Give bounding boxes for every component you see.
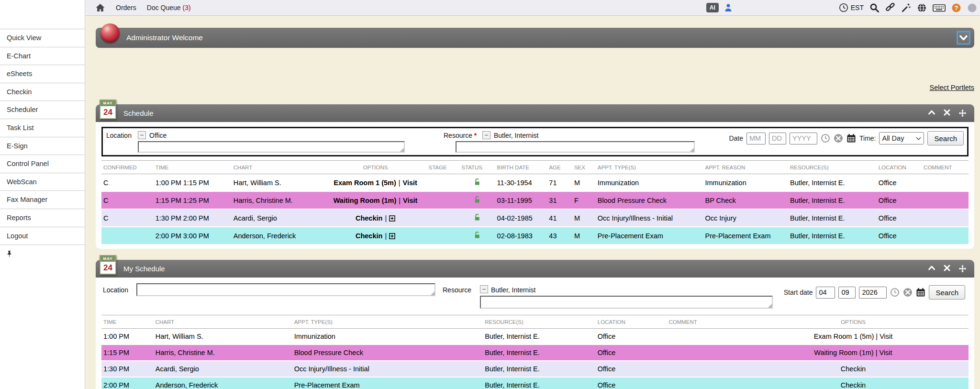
- time-picker-icon[interactable]: [890, 288, 900, 297]
- time-picker-icon[interactable]: [821, 133, 830, 143]
- chart-link[interactable]: Anderson, Frederick: [154, 377, 292, 389]
- sidebar-item-esheets[interactable]: eSheets: [0, 65, 85, 83]
- unlocked-icon[interactable]: [474, 231, 481, 239]
- checkin-link[interactable]: Checkin: [356, 232, 382, 240]
- move-portlet-icon[interactable]: [958, 265, 967, 273]
- table-row[interactable]: 2:00 PM Anderson, Frederick Pre-Placemen…: [101, 377, 969, 389]
- my-schedule-search-button[interactable]: Search: [929, 285, 965, 300]
- chart-link[interactable]: Hart, William S.: [154, 329, 292, 345]
- col-resources: RESOURCE(S): [483, 315, 596, 329]
- unlocked-icon[interactable]: [474, 196, 481, 203]
- portlet-title: My Schedule: [123, 265, 165, 273]
- sidebar-item-task-list[interactable]: Task List: [0, 119, 85, 137]
- sidebar-item-e-sign[interactable]: E-Sign: [0, 137, 85, 156]
- status-circle-icon[interactable]: [967, 3, 977, 13]
- search-icon[interactable]: [869, 3, 880, 13]
- table-row[interactable]: 1:30 PM Acardi, Sergio Occ Injury/Illnes…: [101, 361, 969, 377]
- sidebar-item-webscan[interactable]: WebScan: [0, 173, 85, 191]
- orders-link[interactable]: Orders: [116, 4, 136, 11]
- room-link[interactable]: Waiting Room (1m): [334, 197, 397, 204]
- keyboard-icon[interactable]: [933, 3, 946, 13]
- calendar-badge-icon: MAY 24: [100, 255, 116, 275]
- calendar-picker-icon[interactable]: [846, 133, 856, 143]
- start-date-month-input[interactable]: [816, 287, 835, 299]
- add-icon[interactable]: [389, 215, 395, 222]
- options-links[interactable]: Checkin: [738, 377, 969, 389]
- doc-queue-link[interactable]: Doc Queue (3): [147, 4, 191, 11]
- resource-collapse-button[interactable]: –: [480, 285, 488, 293]
- pin-sidebar-icon[interactable]: [6, 250, 12, 257]
- resource-input[interactable]: [480, 296, 773, 309]
- options-links[interactable]: Exam Room 1 (5m) | Visit: [738, 329, 969, 345]
- home-icon[interactable]: [95, 3, 105, 13]
- room-link[interactable]: Exam Room 1 (5m): [334, 179, 396, 187]
- table-row[interactable]: 1:00 PM Hart, William S. Immunization Bu…: [101, 329, 969, 345]
- visit-link[interactable]: Visit: [403, 179, 417, 187]
- start-date-year-input[interactable]: [859, 287, 887, 299]
- move-portlet-icon[interactable]: [958, 109, 967, 117]
- resource-label: Resource: [443, 286, 471, 294]
- sidebar-item-control-panel[interactable]: Control Panel: [0, 155, 85, 173]
- table-row[interactable]: C 1:00 PM 1:15 PM Hart, William S. Exam …: [101, 174, 969, 192]
- checkin-link[interactable]: Checkin: [356, 214, 382, 222]
- unlocked-icon[interactable]: [474, 213, 481, 221]
- options-links[interactable]: Waiting Room (1m) | Visit: [738, 345, 969, 361]
- globe-icon[interactable]: [917, 3, 927, 13]
- add-icon[interactable]: [389, 233, 395, 239]
- col-birth-date: BIRTH DATE: [495, 161, 547, 174]
- col-time: TIME: [154, 161, 232, 174]
- chart-link[interactable]: Harris, Christine M.: [154, 345, 292, 361]
- start-date-day-input[interactable]: [838, 287, 856, 299]
- sidebar-item-scheduler[interactable]: Scheduler: [0, 101, 85, 119]
- clear-date-icon[interactable]: [903, 288, 913, 297]
- help-icon[interactable]: ?: [951, 3, 961, 13]
- col-chart: CHART: [232, 161, 324, 174]
- sidebar-item-quick-view[interactable]: Quick View: [0, 29, 85, 47]
- ai-assistant-icon[interactable]: AI: [706, 3, 719, 12]
- date-month-input[interactable]: [746, 133, 766, 144]
- welcome-title: Administrator Welcome: [126, 33, 203, 42]
- required-asterisk: *: [474, 132, 477, 139]
- collapse-portlet-icon[interactable]: [928, 109, 935, 117]
- magic-wand-icon[interactable]: [901, 3, 911, 13]
- close-portlet-icon[interactable]: [944, 109, 950, 117]
- chart-link[interactable]: Acardi, Sergio: [154, 361, 292, 377]
- sidebar-item-logout[interactable]: Logout: [0, 227, 85, 245]
- time-select[interactable]: All Day: [879, 132, 924, 144]
- sidebar-item-checkin[interactable]: Checkin: [0, 83, 85, 101]
- table-row[interactable]: C 1:15 PM 1:25 PM Harris, Christine M. W…: [101, 191, 969, 209]
- sidebar-item-fax-manager[interactable]: Fax Manager: [0, 191, 85, 209]
- schedule-portlet-header: MAY 24 Schedule: [96, 104, 974, 122]
- location-input[interactable]: [138, 141, 405, 153]
- chart-link[interactable]: Acardi, Sergio: [232, 209, 324, 227]
- chart-link[interactable]: Harris, Christine M.: [232, 191, 324, 209]
- collapse-portlet-icon[interactable]: [928, 265, 935, 273]
- visit-link[interactable]: Visit: [403, 197, 417, 204]
- user-profile-icon[interactable]: [724, 3, 734, 13]
- link-icon[interactable]: [885, 3, 895, 13]
- sidebar-item-reports[interactable]: Reports: [0, 209, 85, 227]
- date-day-input[interactable]: [769, 133, 786, 144]
- close-portlet-icon[interactable]: [944, 265, 950, 273]
- location-input[interactable]: [136, 283, 435, 296]
- sidebar-item-e-chart[interactable]: E-Chart: [0, 47, 85, 66]
- table-row[interactable]: 1:15 PM Harris, Christine M. Blood Press…: [101, 345, 969, 361]
- location-collapse-button[interactable]: –: [138, 131, 146, 139]
- col-time: TIME: [101, 315, 154, 329]
- chart-link[interactable]: Hart, William S.: [232, 174, 324, 192]
- schedule-table: CONFIRMED TIME CHART OPTIONS STAGE STATU…: [101, 160, 969, 245]
- banner-collapse-button[interactable]: [957, 31, 970, 45]
- date-year-input[interactable]: [790, 133, 817, 144]
- unlocked-icon[interactable]: [474, 178, 481, 186]
- clear-date-icon[interactable]: [834, 133, 843, 143]
- calendar-picker-icon[interactable]: [916, 288, 925, 297]
- resource-input[interactable]: [456, 141, 695, 153]
- resource-collapse-button[interactable]: –: [482, 131, 490, 139]
- table-row[interactable]: C 1:30 PM 2:00 PM Acardi, Sergio Checkin…: [101, 209, 969, 227]
- clock-icon[interactable]: [839, 3, 849, 13]
- schedule-search-button[interactable]: Search: [927, 131, 964, 145]
- options-links[interactable]: Checkin: [738, 361, 969, 377]
- chart-link[interactable]: Anderson, Frederick: [232, 227, 324, 245]
- select-portlets-link[interactable]: Select Portlets: [930, 84, 975, 91]
- table-row[interactable]: 2:00 PM 3:00 PM Anderson, Frederick Chec…: [101, 227, 969, 245]
